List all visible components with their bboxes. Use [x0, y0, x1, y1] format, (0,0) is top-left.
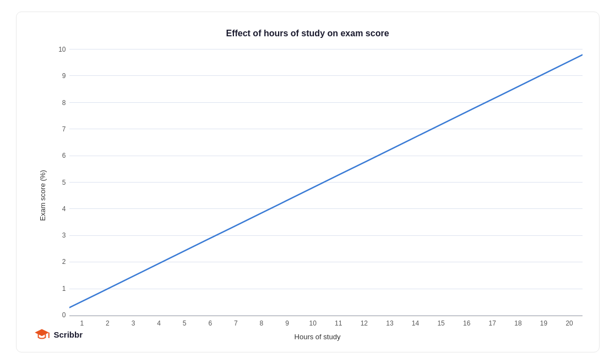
x-tick: 10: [300, 319, 326, 327]
plot-area-wrapper: 012345678910: [53, 49, 583, 316]
chart-inner: 012345678910 123456789101112131415161718…: [53, 49, 583, 341]
x-tick: 20: [557, 319, 583, 327]
x-tick: 5: [172, 319, 198, 327]
x-tick: 17: [480, 319, 505, 327]
x-tick: 15: [428, 319, 454, 327]
chart-line-svg: [69, 49, 583, 316]
chart-line: [69, 55, 583, 308]
x-tick: 8: [249, 319, 275, 327]
x-tick: 6: [197, 319, 223, 327]
x-tick: 11: [325, 319, 351, 327]
chart-body: Exam score (%) 012345678910 123456789101…: [33, 49, 583, 341]
y-ticks: 012345678910: [53, 49, 69, 316]
scribbr-logo-icon: [33, 326, 51, 343]
x-tick: 14: [402, 319, 428, 327]
x-axis-label: Hours of study: [53, 333, 583, 341]
x-tick: 18: [505, 319, 531, 327]
chart-title: Effect of hours of study on exam score: [226, 29, 389, 38]
x-tick: 7: [223, 319, 249, 327]
x-tick: 19: [531, 319, 557, 327]
logo-text: Scribbr: [54, 330, 83, 339]
x-tick: 4: [146, 319, 172, 327]
plot-area: [69, 49, 583, 316]
x-ticks: 1234567891011121314151617181920: [53, 319, 583, 327]
x-tick: 9: [274, 319, 300, 327]
logo-area: Scribbr: [33, 326, 83, 343]
x-tick: 2: [95, 319, 121, 327]
x-tick: 13: [377, 319, 403, 327]
svg-marker-0: [35, 329, 49, 336]
x-tick: 3: [121, 319, 146, 327]
x-tick: 12: [351, 319, 377, 327]
y-axis-label-text: Exam score (%): [39, 170, 47, 220]
x-tick: 16: [454, 319, 480, 327]
chart-container: Effect of hours of study on exam score E…: [16, 12, 600, 352]
svg-point-2: [48, 337, 49, 338]
y-axis-label: Exam score (%): [33, 49, 53, 341]
